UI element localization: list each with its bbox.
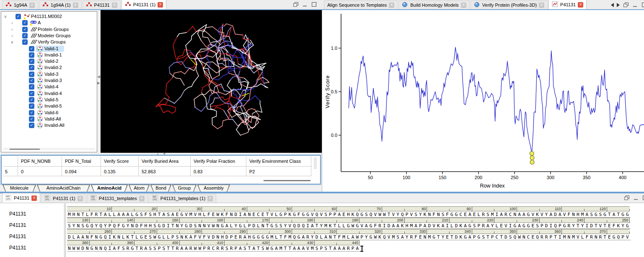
visibility-checkbox[interactable]: ✓ — [29, 110, 34, 116]
tree-item-valid-6[interactable]: ✓Valid-6 — [1, 110, 97, 116]
sheet-tab-molecule[interactable]: Molecule — [3, 185, 36, 192]
structure-tab-p41131[interactable]: P41131× — [83, 0, 121, 9]
tree-item-invalid-4[interactable]: ✓Invalid-4 — [1, 90, 97, 97]
visibility-checkbox[interactable]: ✓ — [29, 78, 34, 83]
tree-item-p41131-m0002[interactable]: ∨✓P41131.M0002 — [1, 13, 97, 20]
sequence-residues[interactable]: DLAANFNGQIKNLKTLGESWGLLPSNKAFVFVDNHDPERA… — [67, 234, 631, 240]
maximize-button[interactable] — [641, 2, 644, 8]
table-cell[interactable]: 0 — [18, 167, 62, 174]
maximize-button[interactable] — [311, 2, 317, 7]
outlier-marker[interactable] — [530, 152, 534, 156]
close-icon[interactable]: × — [29, 3, 35, 8]
visibility-checkbox[interactable]: ✓ — [29, 91, 34, 96]
structure-tab-1g94a-1-[interactable]: 1g94A (1)× — [39, 0, 82, 9]
table-vscrollbar[interactable] — [314, 157, 317, 169]
tree-item-invalid-1[interactable]: ✓Invalid-1 — [1, 52, 97, 58]
restore-button[interactable] — [292, 2, 299, 7]
close-icon[interactable]: × — [112, 3, 117, 8]
sequence-tab-p41131-templates-1-[interactable]: EFILPLP41131_templates (1)× — [149, 194, 216, 203]
sheet-tab-aminoacidchain[interactable]: AminoAcidChain — [37, 185, 90, 192]
3d-molecule-viewer[interactable] — [101, 10, 322, 153]
tree-item-valid-4[interactable]: ✓Valid-4 — [1, 84, 97, 90]
sequence-tab-p41131-1-[interactable]: EFILPLP41131 (1)× — [41, 194, 86, 203]
system-manager-tree[interactable]: ∨✓P41131.M0002›✓A›✓Protein Groups›✓Model… — [1, 11, 97, 152]
maximize-button[interactable] — [642, 195, 644, 200]
visibility-checkbox[interactable]: ✓ — [29, 59, 34, 64]
minimize-button[interactable] — [633, 195, 639, 200]
protocol-tab-p41131[interactable]: P41131× — [548, 0, 587, 9]
sequence-residues[interactable]: MHNTLFRTALLAAALGSFSHTASAEGVMVHLFEWKFNDIA… — [67, 211, 631, 218]
column-header-verify-polar-fraction[interactable]: Verify Polar Fraction — [190, 157, 246, 164]
table-cell[interactable]: 0.83 — [190, 167, 246, 174]
table-cell[interactable]: 0.094 — [62, 167, 101, 174]
visibility-checkbox[interactable]: ✓ — [22, 33, 28, 39]
visibility-checkbox[interactable]: ✓ — [22, 27, 28, 32]
expand-icon[interactable]: › — [10, 20, 15, 26]
column-header-pdf-n-nonb[interactable]: PDF N_NONB — [18, 157, 62, 164]
table-cell[interactable]: 52.863 — [138, 167, 190, 174]
protocol-tab-build-homology-models[interactable]: Build Homology Models× — [398, 0, 470, 9]
tree-item-valid-3[interactable]: ✓Valid-3 — [1, 71, 97, 77]
close-icon[interactable]: × — [539, 3, 544, 8]
tree-item-valid-all[interactable]: ✓Valid-All — [1, 116, 97, 122]
minimize-button[interactable] — [302, 2, 308, 7]
expand-icon[interactable]: › — [10, 33, 15, 39]
verify-score-chart[interactable]: 0.00.51.050100150200250300350400Verify S… — [322, 10, 644, 192]
restore-button[interactable] — [623, 2, 629, 8]
sheet-tab-assembly[interactable]: Assembly — [197, 185, 230, 192]
sequence-tab-p41131-templates[interactable]: EFILPLP41131_templates× — [87, 194, 148, 203]
sequence-row-label[interactable]: P41131 — [9, 211, 26, 217]
tree-item-valid-5[interactable]: ✓Valid-5 — [1, 97, 97, 103]
close-icon[interactable]: × — [578, 2, 583, 8]
close-icon[interactable]: × — [73, 3, 78, 8]
sequence-alignment-area[interactable]: 102030405060708090100110120MHNTLFRTALLAA… — [67, 203, 644, 257]
tree-item-valid-1[interactable]: ✓Valid-1 — [1, 46, 97, 52]
tree-item-invalid-2[interactable]: ✓Invalid-2 — [1, 64, 97, 71]
tree-item-invalid-3[interactable]: ✓Invalid-3 — [1, 77, 97, 84]
close-icon[interactable]: × — [139, 196, 145, 201]
sequence-residues[interactable]: NWWDNGNNQIAFSRGTRASSPSTTRAARWWPRCRRSRPAS… — [67, 245, 360, 252]
outlier-marker[interactable] — [530, 156, 534, 160]
tree-item-verify-groups[interactable]: ∨✓Verify Groups — [1, 39, 97, 45]
close-icon[interactable]: × — [207, 196, 213, 201]
tab-scroll-prev-icon[interactable] — [611, 3, 614, 7]
visibility-checkbox[interactable]: ✓ — [29, 84, 34, 90]
column-header-verify-environment-class[interactable]: Verify Environment Class — [246, 157, 311, 164]
collapse-icon[interactable]: ∨ — [3, 13, 8, 20]
sheet-tab-aminoacid[interactable]: AminoAcid — [91, 185, 128, 192]
visibility-checkbox[interactable]: ✓ — [29, 97, 34, 103]
label-divider[interactable] — [64, 203, 66, 257]
sequence-row-label[interactable]: P41131 — [9, 234, 26, 239]
collapse-right-icon[interactable]: ▶ — [97, 81, 100, 85]
row-header[interactable]: 5 — [3, 167, 16, 174]
close-icon[interactable]: × — [31, 195, 37, 201]
table-hscroll-thumb[interactable] — [264, 180, 310, 181]
close-icon[interactable]: × — [461, 3, 466, 8]
tree-item-a[interactable]: ›✓A — [1, 20, 97, 26]
visibility-checkbox[interactable]: ✓ — [16, 14, 21, 19]
tree-item-invalid-all[interactable]: ✓Invalid-All — [1, 122, 97, 128]
column-header-verify-buried-area[interactable]: Verify Buried Area — [138, 157, 190, 164]
visibility-checkbox[interactable]: ✓ — [29, 103, 34, 109]
restore-button[interactable] — [623, 195, 630, 200]
visibility-checkbox[interactable]: ✓ — [29, 52, 34, 58]
sequence-row-label[interactable]: P41131 — [9, 222, 26, 228]
visibility-checkbox[interactable]: ✓ — [29, 65, 34, 70]
visibility-checkbox[interactable]: ✓ — [29, 116, 34, 122]
column-header-verify-score[interactable]: Verify Score — [101, 157, 138, 164]
visibility-checkbox[interactable]: ✓ — [29, 46, 34, 51]
tree-item-invalid-5[interactable]: ✓Invalid-5 — [1, 103, 97, 109]
protocol-tab-verify-protein-profiles-3d-[interactable]: Verify Protein (Profiles-3D)× — [471, 0, 548, 9]
visibility-checkbox[interactable]: ✓ — [22, 20, 28, 26]
structure-tab-p41131-1-[interactable]: P41131 (1)× — [122, 0, 167, 9]
tree-item-protein-groups[interactable]: ›✓Protein Groups — [1, 26, 97, 33]
tab-scroll-next-icon[interactable] — [617, 3, 620, 7]
sheet-tab-atom[interactable]: Atom — [129, 185, 150, 192]
close-icon[interactable]: × — [78, 196, 83, 201]
close-icon[interactable]: × — [389, 3, 394, 8]
visibility-checkbox[interactable]: ✓ — [29, 72, 34, 77]
collapse-icon[interactable]: ∨ — [10, 39, 15, 45]
scrollbar-thumb[interactable] — [10, 149, 40, 150]
sheet-tab-bond[interactable]: Bond — [150, 185, 171, 192]
tree-horizontal-scrollbar[interactable] — [3, 148, 95, 150]
